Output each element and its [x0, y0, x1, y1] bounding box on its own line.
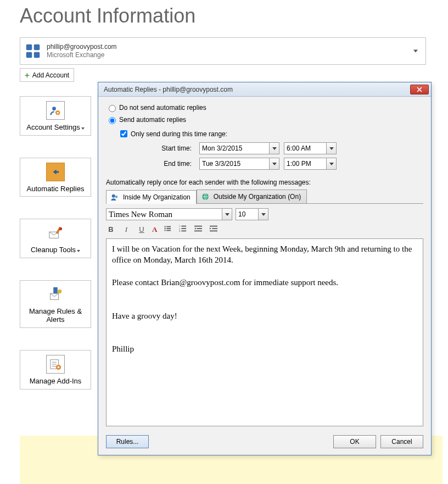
only-range-label: Only send during this time range: [131, 130, 227, 138]
end-time-value: 1:00 PM [287, 160, 311, 168]
svg-rect-25 [167, 228, 171, 229]
manage-addins-label: Manage Add-Ins [23, 377, 88, 386]
plus-icon: + [25, 70, 30, 80]
font-color-button[interactable]: A [152, 225, 157, 234]
svg-point-4 [52, 107, 56, 110]
svg-rect-36 [194, 231, 202, 232]
manage-rules-icon [46, 285, 65, 304]
chevron-down-icon[interactable] [269, 143, 279, 154]
chevron-down-icon[interactable] [326, 158, 336, 169]
svg-rect-33 [182, 231, 187, 232]
svg-point-26 [165, 230, 166, 231]
manage-addins-button[interactable]: Manage Add-Ins [20, 350, 91, 390]
ok-button[interactable]: OK [333, 435, 376, 448]
radio-do-not-send-label: Do not send automatic replies [119, 104, 206, 112]
tab-inside-org[interactable]: Inside My Organization [106, 190, 197, 204]
automatic-replies-button[interactable]: Automatic Replies [20, 158, 91, 197]
svg-point-24 [165, 228, 166, 229]
svg-rect-39 [210, 231, 217, 232]
automatic-replies-dialog: Automatic Replies - phillip@groovypost.c… [98, 82, 432, 455]
svg-rect-2 [26, 52, 32, 58]
start-time-label: Start time: [118, 144, 195, 152]
exchange-logo-icon [25, 43, 41, 59]
reply-tabs: Inside My Organization Outside My Organi… [106, 190, 423, 204]
end-date-value: Tue 3/3/2015 [202, 160, 240, 168]
underline-button[interactable]: U [137, 225, 147, 233]
font-size-combo[interactable]: 10 [236, 208, 268, 220]
reply-section-label: Automatically reply once for each sender… [106, 179, 423, 186]
reply-body-editor[interactable]: I will be on Vacation for the next Week,… [106, 238, 423, 426]
account-type: Microsoft Exchange [47, 51, 117, 59]
svg-rect-0 [26, 44, 32, 51]
start-time-combo[interactable]: 6:00 AM [284, 142, 337, 154]
svg-rect-29 [182, 226, 187, 227]
globe-icon [200, 192, 210, 202]
account-settings-button[interactable]: Account Settings [20, 96, 91, 136]
numbered-list-button[interactable]: 123 [178, 225, 188, 234]
automatic-replies-icon [46, 163, 65, 181]
editor-toolbar: Times New Roman 10 B I U A 123 [106, 208, 423, 234]
bullet-list-button[interactable] [163, 225, 172, 234]
svg-point-22 [165, 226, 166, 227]
manage-rules-label: Manage Rules & Alerts [23, 307, 88, 324]
chevron-down-icon [77, 250, 80, 252]
end-date-combo[interactable]: Tue 3/3/2015 [199, 158, 279, 170]
end-time-label: End time: [118, 160, 195, 168]
tab-inside-label: Inside My Organization [123, 193, 191, 201]
svg-point-6 [57, 112, 59, 114]
end-time-combo[interactable]: 1:00 PM [284, 158, 337, 170]
outdent-button[interactable] [193, 225, 203, 234]
add-account-button[interactable]: + Add Account [20, 68, 74, 82]
tab-outside-org[interactable]: Outside My Organization (On) [197, 190, 307, 203]
chevron-down-icon[interactable] [269, 158, 279, 169]
cleanup-tools-button[interactable]: Cleanup Tools [20, 219, 91, 258]
chevron-down-icon[interactable] [326, 143, 336, 154]
svg-rect-34 [194, 226, 202, 227]
radio-send-input[interactable] [109, 117, 116, 124]
svg-point-20 [115, 196, 118, 198]
start-time-value: 6:00 AM [287, 144, 311, 152]
bold-button[interactable]: B [106, 225, 116, 233]
account-settings-icon [46, 101, 65, 120]
chevron-down-icon [413, 50, 418, 53]
dialog-footer: Rules... OK Cancel [98, 431, 431, 455]
only-range-checkbox-row[interactable]: Only send during this time range: [118, 129, 423, 139]
svg-rect-31 [182, 228, 187, 229]
svg-rect-38 [212, 228, 218, 229]
indent-button[interactable] [209, 225, 219, 234]
svg-rect-23 [167, 226, 171, 227]
radio-do-not-send-input[interactable] [109, 105, 116, 112]
svg-rect-35 [197, 228, 203, 229]
chevron-down-icon[interactable] [222, 209, 232, 220]
cleanup-tools-icon [46, 224, 65, 242]
page-title: Account Information [20, 4, 448, 27]
dialog-titlebar[interactable]: Automatic Replies - phillip@groovypost.c… [98, 82, 431, 97]
radio-send[interactable]: Send automatic replies [106, 115, 423, 124]
svg-rect-11 [53, 287, 58, 293]
automatic-replies-label: Automatic Replies [23, 185, 88, 193]
close-button[interactable] [410, 85, 429, 94]
svg-text:3: 3 [179, 230, 181, 232]
account-dropdown[interactable]: phillip@groovypost.com Microsoft Exchang… [20, 37, 426, 65]
italic-button[interactable]: I [121, 225, 131, 234]
font-name-combo[interactable]: Times New Roman [106, 208, 232, 220]
rules-button[interactable]: Rules... [106, 435, 149, 448]
tab-outside-label: Outside My Organization (On) [214, 193, 301, 201]
chevron-down-icon[interactable] [258, 209, 268, 220]
manage-rules-button[interactable]: Manage Rules & Alerts [20, 280, 91, 328]
cleanup-tools-label: Cleanup Tools [31, 246, 76, 254]
svg-point-19 [112, 194, 115, 198]
account-settings-label: Account Settings [26, 123, 80, 131]
dialog-title: Automatic Replies - phillip@groovypost.c… [104, 86, 233, 93]
font-size-value: 10 [238, 210, 245, 218]
svg-point-12 [58, 289, 62, 293]
start-date-combo[interactable]: Mon 3/2/2015 [199, 142, 279, 154]
svg-point-18 [58, 366, 60, 369]
sidebar: Account Settings Automatic Replies Clean… [20, 96, 91, 411]
manage-addins-icon [46, 355, 65, 374]
svg-point-9 [59, 227, 63, 231]
radio-do-not-send[interactable]: Do not send automatic replies [106, 103, 423, 112]
cancel-button[interactable]: Cancel [380, 435, 423, 448]
close-icon [417, 87, 422, 92]
only-range-checkbox[interactable] [120, 130, 127, 137]
